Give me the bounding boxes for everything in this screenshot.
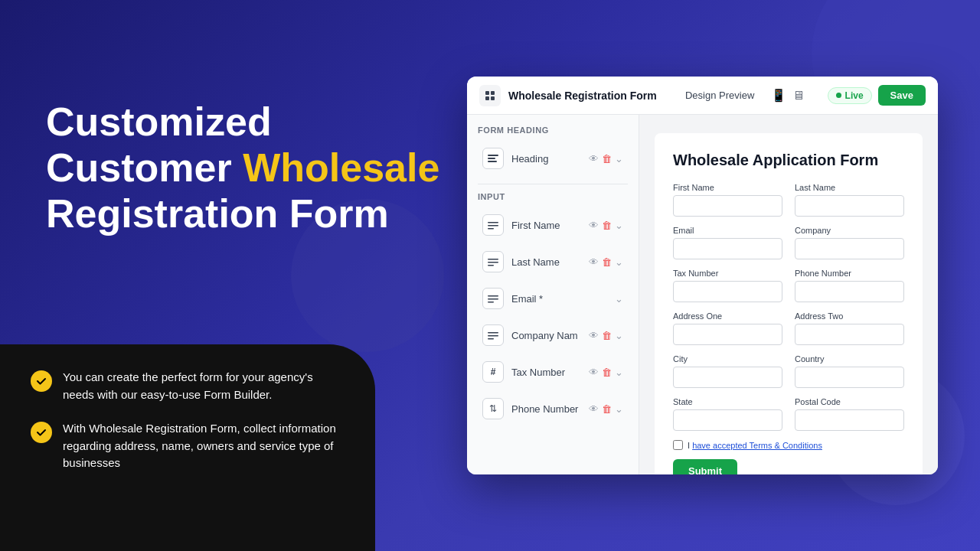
svg-rect-17 xyxy=(488,335,498,337)
preview-form-title: Wholesale Application Form xyxy=(673,152,904,169)
sidebar-item-company[interactable]: Company Nam 👁 🗑 ⌄ xyxy=(472,318,634,353)
terms-link[interactable]: have accepted Terms & Conditions xyxy=(692,441,822,450)
svg-rect-15 xyxy=(488,302,494,303)
field-email: Email xyxy=(673,226,782,259)
feature-check-icon-1 xyxy=(31,370,52,392)
topbar-center: Design Preview 📱 🖥 xyxy=(679,86,805,104)
taxnumber-expand-icon[interactable]: ⌄ xyxy=(615,367,623,378)
taxnumber-actions: 👁 🗑 ⌄ xyxy=(589,367,623,378)
heading-label: Heading xyxy=(511,153,581,165)
input-phonenumber[interactable] xyxy=(795,281,904,302)
phonenumber-label: Phone Number xyxy=(511,403,581,415)
form-builder-window: Wholesale Registration Form Design Previ… xyxy=(467,77,938,474)
svg-rect-4 xyxy=(488,155,498,156)
label-company: Company xyxy=(795,226,904,235)
input-postalcode[interactable] xyxy=(795,409,904,431)
input-taxnumber[interactable] xyxy=(673,281,782,302)
taxnumber-icon: # xyxy=(482,361,504,383)
input-company[interactable] xyxy=(795,238,904,259)
input-city[interactable] xyxy=(673,367,782,388)
label-firstname: First Name xyxy=(673,183,782,192)
feature-item-1: You can create the perfect form for your… xyxy=(31,369,345,403)
window-body: Form Heading Heading 👁 🗑 ⌄ xyxy=(467,115,938,474)
input-addressone[interactable] xyxy=(673,324,782,345)
heading-delete-icon[interactable]: 🗑 xyxy=(602,153,612,165)
svg-rect-18 xyxy=(488,338,494,340)
svg-rect-11 xyxy=(488,262,498,263)
company-eye-icon[interactable]: 👁 xyxy=(589,330,599,341)
terms-checkbox[interactable] xyxy=(673,440,683,450)
submit-button[interactable]: Submit xyxy=(673,459,737,474)
email-expand-icon[interactable]: ⌄ xyxy=(615,293,623,305)
heading-icon xyxy=(482,148,504,169)
firstname-delete-icon[interactable]: 🗑 xyxy=(602,220,612,231)
firstname-expand-icon[interactable]: ⌄ xyxy=(615,220,623,231)
device-icons: 📱 🖥 xyxy=(771,88,805,103)
topbar-right: Live Save xyxy=(828,85,926,106)
lastname-label: Last Name xyxy=(511,256,581,268)
input-country[interactable] xyxy=(795,367,904,388)
svg-rect-13 xyxy=(488,295,498,297)
live-badge: Live xyxy=(828,87,872,104)
topbar-left: Wholesale Registration Form xyxy=(479,85,657,106)
input-email[interactable] xyxy=(673,238,782,259)
tab-design[interactable]: Design Preview xyxy=(679,86,760,104)
company-delete-icon[interactable]: 🗑 xyxy=(602,330,612,341)
input-lastname[interactable] xyxy=(795,195,904,217)
label-postalcode: Postal Code xyxy=(795,397,904,406)
window-title: Wholesale Registration Form xyxy=(508,90,657,102)
heading-expand-icon[interactable]: ⌄ xyxy=(615,153,623,165)
sidebar-item-lastname[interactable]: Last Name 👁 🗑 ⌄ xyxy=(472,244,634,279)
back-button[interactable] xyxy=(479,85,501,106)
firstname-icon xyxy=(482,214,504,236)
phonenumber-actions: 👁 🗑 ⌄ xyxy=(589,403,623,415)
sidebar-item-firstname[interactable]: First Name 👁 🗑 ⌄ xyxy=(472,207,634,243)
svg-rect-8 xyxy=(488,225,498,227)
taxnumber-delete-icon[interactable]: 🗑 xyxy=(602,367,612,378)
firstname-eye-icon[interactable]: 👁 xyxy=(589,220,599,231)
input-state[interactable] xyxy=(673,409,782,431)
company-icon xyxy=(482,324,504,346)
live-dot xyxy=(836,93,841,98)
lastname-eye-icon[interactable]: 👁 xyxy=(589,256,599,268)
save-button[interactable]: Save xyxy=(878,85,926,106)
phonenumber-delete-icon[interactable]: 🗑 xyxy=(602,403,612,415)
svg-rect-6 xyxy=(488,161,497,162)
feature-item-2: With Wholesale Registration Form, collec… xyxy=(31,420,345,472)
field-postalcode: Postal Code xyxy=(795,397,904,431)
sidebar-item-taxnumber[interactable]: # Tax Number 👁 🗑 ⌄ xyxy=(472,354,634,390)
label-addressone: Address One xyxy=(673,311,782,321)
lastname-icon xyxy=(482,251,504,272)
email-actions: ⌄ xyxy=(615,293,623,305)
sidebar-item-email[interactable]: Email * ⌄ xyxy=(472,281,634,316)
svg-rect-1 xyxy=(491,91,495,95)
email-icon xyxy=(482,288,504,309)
svg-rect-12 xyxy=(488,265,494,266)
sidebar-item-heading[interactable]: Heading 👁 🗑 ⌄ xyxy=(472,141,634,176)
heading-eye-icon[interactable]: 👁 xyxy=(589,153,599,165)
lastname-expand-icon[interactable]: ⌄ xyxy=(615,256,623,268)
label-email: Email xyxy=(673,226,782,235)
section-label-heading: Form Heading xyxy=(467,126,639,135)
input-firstname[interactable] xyxy=(673,195,782,217)
phonenumber-eye-icon[interactable]: 👁 xyxy=(589,403,599,415)
hero-panel: Customized Customer Wholesale Registrati… xyxy=(46,99,444,236)
label-phonenumber: Phone Number xyxy=(795,269,904,278)
svg-rect-5 xyxy=(488,158,495,159)
field-state: State xyxy=(673,397,782,431)
svg-rect-7 xyxy=(488,222,498,223)
mobile-icon[interactable]: 📱 xyxy=(771,88,786,103)
desktop-icon[interactable]: 🖥 xyxy=(792,89,805,103)
feature-check-icon-2 xyxy=(31,422,52,443)
phonenumber-expand-icon[interactable]: ⌄ xyxy=(615,403,623,415)
window-topbar: Wholesale Registration Form Design Previ… xyxy=(467,77,938,115)
company-label: Company Nam xyxy=(511,330,581,341)
lastname-delete-icon[interactable]: 🗑 xyxy=(602,256,612,268)
form-sidebar: Form Heading Heading 👁 🗑 ⌄ xyxy=(467,115,639,474)
sidebar-item-phonenumber[interactable]: ⇅ Phone Number 👁 🗑 ⌄ xyxy=(472,391,634,426)
input-addresstwo[interactable] xyxy=(795,324,904,345)
company-expand-icon[interactable]: ⌄ xyxy=(615,330,623,341)
taxnumber-eye-icon[interactable]: 👁 xyxy=(589,367,599,378)
label-state: State xyxy=(673,397,782,406)
taxnumber-label: Tax Number xyxy=(511,367,581,378)
